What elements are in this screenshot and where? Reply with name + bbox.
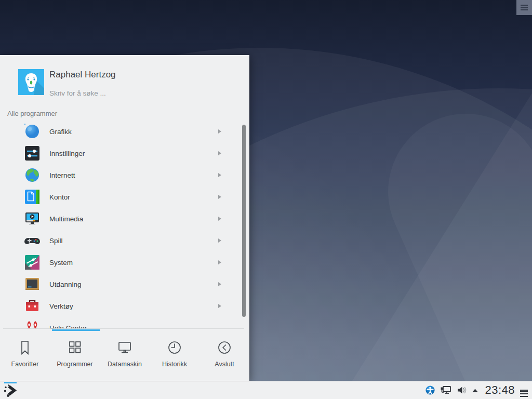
application-launcher-menu: Raphael Hertzog Skriv for å søke ... All… [0, 55, 249, 381]
wallpaper-band [363, 89, 532, 399]
tab-label: Historikk [162, 361, 187, 368]
tab-favoritter[interactable]: Favoritter [0, 331, 50, 381]
multimedia-player-icon [24, 210, 41, 227]
system-tray: 23:48 [425, 381, 528, 399]
digital-clock[interactable]: 23:48 [485, 383, 515, 397]
graphics-category-icon [24, 123, 41, 140]
user-name: Raphael Hertzog [49, 70, 116, 80]
blackboard-icon [24, 276, 41, 292]
menu-item-verktoy[interactable]: Verktøy [0, 295, 249, 317]
tab-label: Avslutt [215, 361, 234, 368]
menu-item-kontor[interactable]: Kontor [0, 186, 249, 208]
menu-item-internett[interactable]: Internett [0, 164, 249, 186]
panel-hamburger-icon[interactable] [520, 388, 528, 392]
toolbox-icon [24, 298, 41, 314]
section-label: Alle programmer [7, 110, 57, 117]
menu-item-utdanning[interactable]: Utdanning [0, 273, 249, 295]
tab-label: Programmer [57, 361, 92, 368]
tab-datamaskin[interactable]: Datamaskin [100, 331, 150, 381]
tab-label: Datamaskin [108, 361, 142, 368]
menu-item-label: Utdanning [49, 281, 82, 288]
menu-item-help-center[interactable]: Help Center [0, 317, 249, 328]
internet-globe-icon [24, 167, 41, 183]
menu-item-label: Help Center [49, 324, 87, 329]
wallpaper-band [215, 0, 532, 399]
submenu-arrow-icon [218, 173, 221, 177]
menu-item-innstillinger[interactable]: Innstillinger [0, 142, 249, 164]
menu-item-label: Multimedia [49, 215, 83, 223]
leave-icon [215, 338, 234, 357]
volume-icon[interactable] [457, 385, 467, 395]
network-wired-icon[interactable] [440, 385, 451, 395]
tab-programmer[interactable]: Programmer [50, 331, 100, 381]
menu-item-label: Kontor [49, 193, 70, 201]
apps-grid-icon [65, 338, 84, 357]
submenu-arrow-icon [218, 260, 221, 264]
system-settings-icon [24, 254, 41, 271]
list-scrollbar[interactable] [242, 125, 246, 317]
tabbar-separator [3, 328, 244, 329]
submenu-arrow-icon [218, 195, 221, 199]
menu-item-multimedia[interactable]: Multimedia [0, 208, 249, 230]
settings-sliders-icon [24, 145, 41, 162]
menu-tab-bar: Favoritter Programmer Datamaskin [0, 331, 249, 381]
menu-item-label: Grafikk [49, 128, 72, 136]
submenu-arrow-icon [218, 304, 221, 308]
expand-tray-caret-icon[interactable] [472, 388, 478, 393]
menu-item-label: Internett [49, 171, 75, 179]
search-input[interactable]: Skriv for å søke ... [49, 89, 106, 97]
menu-item-label: Verktøy [49, 302, 73, 310]
accessibility-icon[interactable] [425, 385, 435, 395]
bookmark-icon [16, 338, 34, 357]
submenu-arrow-icon [218, 217, 221, 221]
app-category-list: Grafikk Innstillinger [0, 121, 249, 328]
computer-monitor-icon [115, 338, 134, 357]
taskbar-panel: 23:48 [0, 381, 532, 399]
menu-item-system[interactable]: System [0, 251, 249, 273]
help-center-rockets-icon [24, 320, 41, 328]
submenu-arrow-icon [218, 151, 221, 155]
desktop-toolbox-hamburger-icon [521, 3, 528, 12]
app-launcher-button[interactable] [2, 381, 22, 399]
user-avatar[interactable] [18, 69, 44, 95]
history-clock-icon [165, 338, 184, 357]
gamepad-icon [24, 232, 41, 249]
kali-menu-launcher-icon [4, 383, 18, 398]
menu-item-label: Innstillinger [49, 150, 85, 157]
tab-historikk[interactable]: Historikk [150, 331, 200, 381]
menu-header: Raphael Hertzog Skriv for å søke ... [0, 55, 249, 107]
menu-item-spill[interactable]: Spill [0, 230, 249, 251]
submenu-arrow-icon [218, 282, 221, 286]
submenu-arrow-icon [218, 129, 221, 134]
office-document-icon [24, 189, 41, 205]
tab-label: Favoritter [11, 361, 39, 368]
menu-item-label: Spill [49, 237, 63, 245]
desktop-toolbox-button[interactable] [516, 0, 532, 15]
submenu-arrow-icon [218, 238, 221, 243]
menu-item-label: System [49, 259, 73, 267]
tab-avslutt[interactable]: Avslutt [200, 331, 249, 381]
menu-item-grafikk[interactable]: Grafikk [0, 121, 249, 142]
